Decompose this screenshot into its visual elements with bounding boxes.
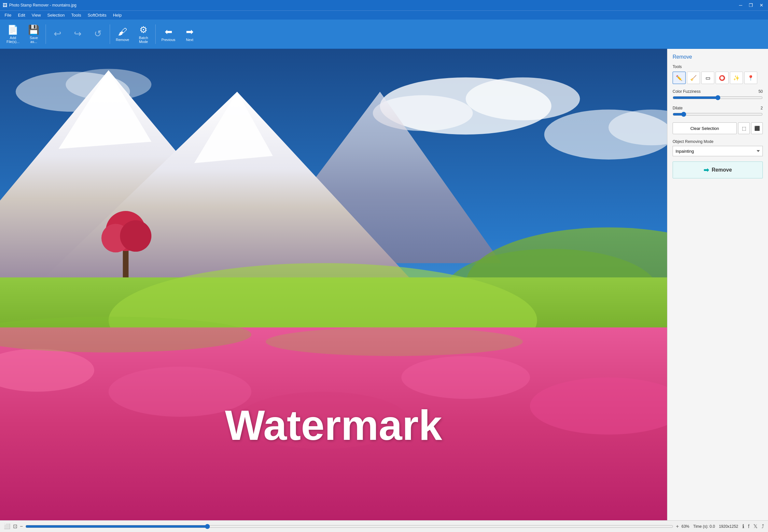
previous-icon: ⬅	[165, 26, 172, 37]
svg-point-2	[466, 77, 580, 120]
status-right: Time (s): 0.0 1920x1252 ℹ f 𝕏 ⤴	[693, 523, 764, 529]
clear-selection-button[interactable]: Clear Selection	[673, 122, 737, 134]
dilate-value: 2	[761, 106, 763, 110]
close-button[interactable]: ✕	[758, 2, 765, 8]
remove-arrow-icon: ➡	[704, 166, 709, 174]
facebook-icon[interactable]: f	[748, 524, 749, 529]
menu-file[interactable]: File	[1, 11, 15, 19]
color-fuzziness-value: 50	[759, 89, 763, 94]
save-as-label: Saveas...	[30, 36, 38, 44]
zoom-fit-button[interactable]: ⬜	[4, 523, 10, 529]
main-area: Watermark Remove Tools ✏️ 🧹 ▭ ⭕ ✨ 📍 Colo…	[0, 49, 768, 520]
status-bar: ⬜ ⊡ − + 63% Time (s): 0.0 1920x1252 ℹ f …	[0, 520, 768, 532]
next-label: Next	[186, 38, 193, 42]
zoom-slider[interactable]	[25, 524, 673, 529]
tool-magic-wand[interactable]: ✨	[730, 72, 743, 84]
dilate-slider[interactable]	[673, 112, 763, 117]
save-as-icon: 💾	[28, 24, 39, 35]
svg-point-24	[401, 356, 530, 399]
add-files-icon: 📄	[7, 24, 19, 35]
window-title: Photo Stamp Remover - mountains.jpg	[9, 3, 737, 7]
object-removing-mode-select[interactable]: Inpainting Content-Aware Fill Smear	[673, 146, 763, 156]
save-as-button[interactable]: 💾 Saveas...	[24, 22, 44, 47]
menu-edit[interactable]: Edit	[15, 11, 28, 19]
undo-button[interactable]: ↩	[48, 22, 67, 47]
toolbar-sep-1	[46, 24, 46, 44]
menu-softorbits[interactable]: SoftOrbits	[84, 11, 110, 19]
clear-selection-row: Clear Selection ⬚ ⬛	[673, 122, 763, 134]
watermark-text: Watermark	[225, 401, 442, 450]
twitter-icon[interactable]: 𝕏	[753, 523, 758, 529]
clear-selection-label: Clear Selection	[690, 126, 719, 131]
batch-mode-button[interactable]: ⚙ BatchMode	[134, 22, 153, 47]
undo-icon: ↩	[54, 28, 61, 39]
dilate-label: Dilate	[673, 106, 683, 110]
previous-button[interactable]: ⬅ Previous	[158, 22, 179, 47]
app-icon: 🖼	[3, 3, 7, 8]
remove-toolbar-button[interactable]: 🖌 Remove	[112, 22, 133, 47]
reset-icon: ↺	[94, 28, 102, 39]
zoom-percent: 63%	[681, 524, 689, 529]
color-fuzziness-row: Color Fuzziness 50	[673, 89, 763, 101]
dilate-header: Dilate 2	[673, 106, 763, 110]
title-bar: 🖼 Photo Stamp Remover - mountains.jpg ─ …	[0, 0, 768, 10]
dimensions-label: 1920x1252	[719, 524, 738, 529]
zoom-actual-button[interactable]: ⊡	[13, 523, 17, 529]
canvas-area[interactable]: Watermark	[0, 49, 667, 520]
remove-button[interactable]: ➡ Remove	[673, 161, 763, 178]
selection-option-2-button[interactable]: ⬛	[751, 122, 763, 134]
tool-lasso[interactable]: ⭕	[716, 72, 729, 84]
tools-row: ✏️ 🧹 ▭ ⭕ ✨ 📍	[673, 72, 763, 84]
tool-brush[interactable]: ✏️	[673, 72, 686, 84]
svg-point-18	[120, 220, 152, 252]
add-files-label: AddFile(s)...	[7, 36, 20, 44]
batch-mode-icon: ⚙	[139, 24, 147, 35]
remove-toolbar-label: Remove	[116, 38, 129, 42]
zoom-in-button[interactable]: +	[676, 524, 679, 529]
window-controls: ─ ❐ ✕	[737, 2, 765, 8]
reset-button[interactable]: ↺	[88, 22, 108, 47]
time-label: Time (s): 0.0	[693, 524, 715, 529]
remove-toolbar-icon: 🖌	[118, 26, 127, 37]
next-button[interactable]: ➡ Next	[180, 22, 200, 47]
minimize-button[interactable]: ─	[737, 2, 744, 8]
color-fuzziness-slider[interactable]	[673, 95, 763, 100]
menu-help[interactable]: Help	[110, 11, 125, 19]
svg-point-28	[266, 328, 523, 356]
redo-icon: ↪	[74, 28, 81, 39]
remove-button-label: Remove	[712, 167, 732, 173]
right-panel: Remove Tools ✏️ 🧹 ▭ ⭕ ✨ 📍 Color Fuzzines…	[667, 49, 768, 520]
tool-stamp[interactable]: 📍	[744, 72, 757, 84]
dilate-row: Dilate 2	[673, 106, 763, 118]
share-icon[interactable]: ⤴	[761, 524, 764, 529]
tool-eraser[interactable]: 🧹	[687, 72, 700, 84]
tools-label: Tools	[673, 64, 763, 69]
color-fuzziness-header: Color Fuzziness 50	[673, 89, 763, 94]
color-fuzziness-label: Color Fuzziness	[673, 89, 701, 94]
batch-mode-label: BatchMode	[139, 36, 148, 44]
image-container: Watermark	[0, 49, 667, 520]
menu-view[interactable]: View	[28, 11, 44, 19]
zoom-out-button[interactable]: −	[20, 524, 23, 529]
menu-selection[interactable]: Selection	[44, 11, 68, 19]
toolbar: 📄 AddFile(s)... 💾 Saveas... ↩ ↪ ↺ 🖌 Remo…	[0, 20, 768, 49]
status-left: ⬜ ⊡ − + 63%	[4, 523, 689, 529]
next-icon: ➡	[186, 26, 193, 37]
selection-option-1-button[interactable]: ⬚	[738, 122, 750, 134]
menu-bar: File Edit View Selection Tools SoftOrbit…	[0, 10, 768, 20]
object-removing-mode-label: Object Removing Mode	[673, 139, 763, 144]
toolbar-sep-2	[110, 24, 110, 44]
toolbar-sep-3	[155, 24, 156, 44]
restore-button[interactable]: ❐	[747, 2, 755, 8]
redo-button[interactable]: ↪	[68, 22, 88, 47]
previous-label: Previous	[161, 38, 175, 42]
panel-title: Remove	[673, 54, 763, 60]
menu-tools[interactable]: Tools	[68, 11, 84, 19]
info-icon[interactable]: ℹ	[742, 523, 744, 529]
tool-rect[interactable]: ▭	[701, 72, 714, 84]
add-files-button[interactable]: 📄 AddFile(s)...	[3, 22, 23, 47]
